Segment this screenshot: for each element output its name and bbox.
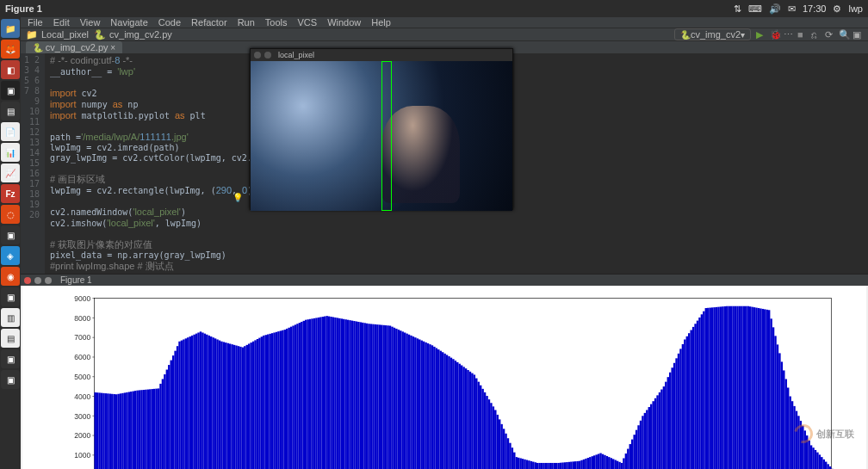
- svg-rect-307: [663, 386, 665, 469]
- menu-vcs[interactable]: VCS: [298, 17, 318, 28]
- svg-rect-114: [257, 339, 258, 469]
- svg-rect-200: [437, 349, 439, 469]
- menu-window[interactable]: Window: [327, 17, 361, 28]
- svg-rect-171: [376, 324, 378, 469]
- launcher-filezilla[interactable]: Fz: [1, 184, 20, 203]
- svg-rect-38: [96, 392, 98, 469]
- svg-rect-100: [227, 343, 229, 469]
- crumb-file[interactable]: 🐍 cv_img_cv2.py: [94, 29, 172, 40]
- svg-rect-361: [777, 344, 778, 469]
- menu-help[interactable]: Help: [371, 17, 391, 28]
- menu-view[interactable]: View: [80, 17, 101, 28]
- svg-rect-256: [555, 463, 557, 469]
- launcher-app-orange[interactable]: ◉: [1, 267, 20, 286]
- svg-rect-122: [273, 332, 275, 469]
- vcs-icon[interactable]: ⎌: [811, 29, 822, 40]
- svg-rect-143: [318, 318, 319, 469]
- svg-rect-298: [644, 413, 646, 469]
- launcher-app-blue[interactable]: ◈: [1, 246, 20, 265]
- svg-rect-74: [172, 355, 174, 469]
- svg-rect-369: [793, 406, 795, 469]
- menu-code[interactable]: Code: [158, 17, 181, 28]
- svg-rect-193: [423, 342, 425, 469]
- svg-rect-120: [269, 334, 270, 469]
- svg-rect-159: [351, 321, 353, 469]
- fig-close-icon[interactable]: [24, 277, 31, 284]
- launcher-app-e[interactable]: ▣: [1, 370, 20, 389]
- sync-icon[interactable]: ⟳: [825, 29, 835, 40]
- menu-navigate[interactable]: Navigate: [110, 17, 147, 28]
- launcher-office3[interactable]: 📈: [1, 164, 20, 182]
- svg-rect-144: [319, 317, 321, 469]
- svg-rect-317: [684, 339, 685, 469]
- svg-rect-373: [802, 426, 803, 469]
- svg-text:8000: 8000: [74, 314, 90, 323]
- cv-close-icon[interactable]: [254, 52, 261, 59]
- editor-tab-active[interactable]: 🐍 cv_img_cv2.py ×: [26, 41, 122, 53]
- menu-edit[interactable]: Edit: [53, 17, 70, 28]
- svg-rect-289: [625, 454, 627, 469]
- run-icon[interactable]: ▶: [756, 29, 766, 40]
- launcher-ide[interactable]: ▣: [1, 225, 20, 244]
- launcher-app-dark[interactable]: ▤: [1, 102, 20, 120]
- keyboard-icon[interactable]: ⌨: [748, 3, 762, 15]
- search-icon[interactable]: 🔍: [839, 29, 849, 40]
- svg-rect-66: [155, 389, 157, 469]
- menu-refactor[interactable]: Refactor: [191, 17, 227, 28]
- svg-rect-168: [370, 324, 372, 469]
- svg-rect-338: [728, 306, 729, 469]
- menu-tools[interactable]: Tools: [265, 17, 288, 28]
- user-label[interactable]: lwp: [848, 3, 863, 14]
- intention-bulb-icon[interactable]: 💡: [232, 193, 243, 202]
- svg-rect-173: [381, 325, 382, 469]
- svg-rect-145: [322, 317, 324, 469]
- chart-plot-area[interactable]: 0100020003000400050006000700080009000050…: [48, 291, 840, 469]
- launcher-terminal[interactable]: ▣: [1, 81, 20, 100]
- launcher-app-d[interactable]: ▣: [1, 349, 20, 368]
- svg-rect-170: [375, 324, 376, 469]
- svg-rect-291: [629, 444, 631, 469]
- ide-menubar: File Edit View Navigate Code Refactor Ru…: [21, 17, 868, 28]
- svg-rect-92: [210, 336, 212, 469]
- svg-rect-70: [164, 374, 165, 469]
- svg-rect-320: [690, 330, 691, 469]
- run-menu-icon[interactable]: ⋯: [784, 29, 794, 40]
- sound-icon[interactable]: 🔊: [769, 3, 781, 15]
- svg-rect-329: [709, 308, 710, 469]
- launcher-app-b[interactable]: ▥: [1, 308, 20, 327]
- launcher-firefox[interactable]: 🦊: [1, 40, 20, 59]
- launcher-files[interactable]: 📁: [1, 19, 20, 38]
- fig-min-icon[interactable]: [34, 277, 41, 284]
- svg-rect-198: [433, 347, 435, 469]
- launcher-ubuntu[interactable]: ◌: [1, 205, 20, 224]
- debug-icon[interactable]: 🐞: [770, 29, 780, 40]
- opencv-window[interactable]: local_pixel: [250, 48, 513, 210]
- launcher-app-red[interactable]: ◧: [1, 60, 20, 79]
- cv-min-icon[interactable]: [264, 52, 271, 59]
- svg-rect-85: [195, 334, 197, 469]
- tool-icon[interactable]: ▣: [852, 29, 863, 40]
- stop-icon[interactable]: ■: [797, 29, 808, 40]
- cv-titlebar[interactable]: local_pixel: [251, 49, 512, 61]
- launcher-office1[interactable]: 📄: [1, 122, 20, 141]
- svg-rect-135: [301, 322, 302, 469]
- svg-rect-243: [528, 460, 530, 469]
- fig-max-icon[interactable]: [45, 277, 52, 284]
- launcher-app-a[interactable]: ▣: [1, 287, 20, 306]
- menu-file[interactable]: File: [28, 17, 43, 28]
- svg-rect-385: [827, 464, 828, 469]
- launcher-app-c[interactable]: ▤: [1, 329, 20, 348]
- svg-rect-319: [688, 333, 690, 469]
- svg-text:4000: 4000: [74, 392, 90, 401]
- network-icon[interactable]: ⇅: [734, 3, 741, 15]
- launcher-office2[interactable]: 📊: [1, 143, 20, 162]
- run-config-selector[interactable]: 🐍 cv_img_cv2 ▾: [674, 28, 751, 40]
- svg-rect-99: [225, 342, 226, 469]
- mail-icon[interactable]: ✉: [788, 3, 796, 15]
- svg-rect-238: [518, 458, 519, 469]
- crumb-project[interactable]: 📁 Local_pixel: [26, 29, 89, 40]
- svg-rect-239: [519, 458, 521, 469]
- settings-icon[interactable]: ⚙: [833, 3, 841, 15]
- clock-label[interactable]: 17:30: [803, 3, 827, 14]
- menu-run[interactable]: Run: [238, 17, 255, 28]
